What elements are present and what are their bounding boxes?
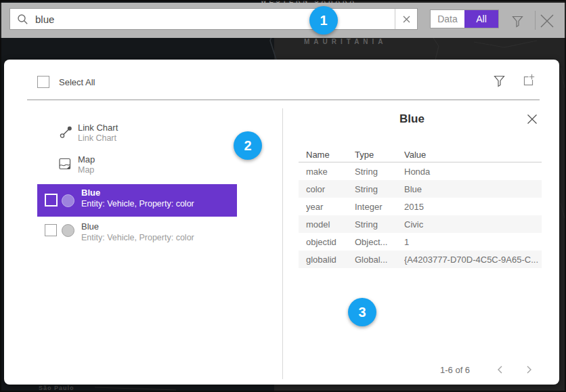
- detail-close-button[interactable]: [527, 114, 538, 125]
- filter-icon[interactable]: [512, 16, 523, 30]
- cell-name: objectid: [306, 237, 355, 247]
- blue2-checkbox[interactable]: [45, 224, 57, 236]
- search-results-panel: Select All Link Chart Link Chart Map Map…: [4, 60, 559, 385]
- select-all-label: Select All: [59, 77, 95, 87]
- clear-icon: [403, 16, 410, 23]
- cell-value: {A4203777-D70D-4C5C-9A65-C...: [404, 255, 542, 265]
- table-row: make String Honda: [299, 162, 542, 180]
- list-item-blue2-subtitle: Entity: Vehicle, Property: color: [81, 233, 194, 242]
- list-item-link-chart-title[interactable]: Link Chart: [78, 123, 118, 133]
- entity-node-icon: [62, 194, 74, 207]
- screenshot-root: WESTERN SAHARA MAURITANIA São Paulo Data…: [0, 0, 566, 392]
- column-header-name: Name: [306, 150, 355, 160]
- results-filter-icon[interactable]: [494, 75, 505, 90]
- cell-value: 1: [404, 237, 542, 247]
- list-item-blue-subtitle: Entity: Vehicle, Property: color: [81, 199, 194, 209]
- cell-name: make: [306, 167, 355, 177]
- list-item-blue-selected[interactable]: Blue Entity: Vehicle, Property: color: [37, 184, 237, 217]
- search-input-container: [9, 8, 418, 30]
- map-label-sao-paulo: São Paulo: [39, 385, 74, 391]
- link-chart-icon: [60, 125, 73, 141]
- table-row: color String Blue: [299, 180, 542, 198]
- data-all-toggle: Data All: [430, 9, 499, 28]
- cell-type: String: [355, 167, 404, 177]
- chevron-right-icon: [523, 364, 534, 376]
- toggle-option-all[interactable]: All: [464, 10, 498, 28]
- cell-name: globalid: [306, 255, 355, 265]
- map-icon: [59, 158, 71, 173]
- cell-name: color: [306, 184, 355, 194]
- column-header-type: Type: [355, 150, 404, 160]
- cell-type: Integer: [355, 202, 404, 212]
- toggle-option-data[interactable]: Data: [431, 10, 464, 28]
- table-row: globalid Global... {A4203777-D70D-4C5C-9…: [299, 251, 542, 268]
- cell-type: String: [355, 184, 404, 194]
- cell-name: year: [306, 202, 355, 212]
- entity-node-icon-gray: [62, 224, 74, 237]
- annotation-badge-3: 3: [348, 298, 376, 326]
- detail-title: Blue: [282, 112, 542, 126]
- list-item-map-subtitle: Map: [78, 165, 94, 175]
- cell-value: Honda: [404, 167, 542, 177]
- close-search-button[interactable]: [540, 14, 554, 28]
- close-icon: [527, 114, 538, 125]
- toolbar-divider: [535, 11, 536, 30]
- search-toolbar: Data All: [0, 3, 566, 38]
- select-all-checkbox[interactable]: [37, 76, 49, 88]
- annotation-badge-1: 1: [309, 6, 338, 35]
- attribute-table: Name Type Value make String Honda color …: [299, 148, 542, 268]
- list-item-blue-title: Blue: [81, 188, 100, 198]
- search-icon: [17, 14, 28, 25]
- pagination-label: 1-6 of 6: [440, 365, 470, 375]
- list-detail-divider: [282, 108, 283, 379]
- pagination-next-button[interactable]: [523, 364, 534, 376]
- close-icon: [540, 14, 554, 28]
- pagination-prev-button[interactable]: [495, 364, 506, 376]
- cell-value: 2015: [404, 202, 542, 212]
- annotation-badge-2: 2: [234, 131, 262, 160]
- blue-selected-checkbox[interactable]: [45, 194, 58, 206]
- chevron-left-icon: [495, 364, 506, 376]
- map-label-mauritania: MAURITANIA: [304, 38, 387, 45]
- table-row: model String Civic: [299, 215, 542, 233]
- clear-search-button[interactable]: [395, 9, 417, 29]
- cell-value: Blue: [404, 184, 542, 194]
- list-item-link-chart-subtitle: Link Chart: [78, 133, 116, 143]
- panel-header-divider: [27, 100, 540, 100]
- cell-type: String: [355, 219, 404, 230]
- column-header-value: Value: [404, 150, 542, 160]
- search-input[interactable]: [28, 14, 395, 25]
- table-row: year Integer 2015: [299, 198, 542, 215]
- list-item-blue2-title[interactable]: Blue: [81, 221, 99, 232]
- cell-value: Civic: [404, 219, 542, 230]
- table-row: objectid Object... 1: [299, 233, 542, 251]
- cell-type: Global...: [355, 255, 404, 265]
- cell-name: model: [306, 219, 355, 230]
- add-to-selection-icon[interactable]: [522, 74, 536, 90]
- cell-type: Object...: [355, 237, 404, 247]
- table-header-row: Name Type Value: [299, 148, 542, 162]
- list-item-map-title[interactable]: Map: [78, 154, 95, 165]
